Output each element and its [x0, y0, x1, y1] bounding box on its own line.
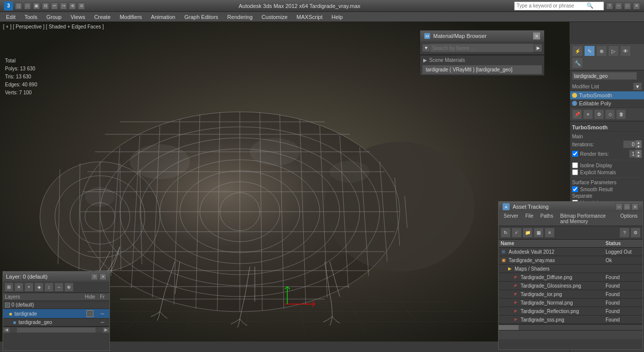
close-button[interactable]: ✕	[633, 2, 640, 9]
layer-row-tardigrade[interactable]: ■ tardigrade □ ─	[3, 309, 109, 319]
render-iters-down[interactable]: ▼	[636, 154, 642, 158]
render-iters-spinner[interactable]: ▲ ▼	[629, 150, 642, 158]
lp-help[interactable]: ?	[91, 273, 98, 280]
search-input[interactable]	[517, 3, 587, 8]
at-row-ior[interactable]: P Tardigrade_ior.png Found	[499, 290, 643, 299]
at-grid[interactable]: ▦	[534, 228, 544, 238]
search-field[interactable]	[430, 43, 534, 52]
iterations-down[interactable]: ▼	[636, 144, 642, 148]
isoline-checkbox[interactable]	[572, 162, 578, 168]
menu-graph-editors[interactable]: Graph Editors	[180, 13, 222, 21]
window-control[interactable]: ⊕	[69, 2, 76, 9]
render-iters-up[interactable]: ▲	[636, 150, 642, 154]
render-iters-value[interactable]	[630, 151, 636, 157]
motion-tab[interactable]: ▷	[608, 45, 619, 56]
modifier-entry-turbosmooth[interactable]: TurboSmooth	[570, 91, 644, 99]
layer-row-default[interactable]: ✓ 0 (default)	[3, 301, 109, 309]
menu-modifiers[interactable]: Modifiers	[115, 13, 146, 21]
layer-collapse[interactable]: ↔	[54, 283, 63, 292]
modifier-entry-editablepoly[interactable]: Editable Poly	[570, 99, 644, 107]
layer-select[interactable]: ◈	[34, 283, 43, 292]
at-row-glossiness[interactable]: P Tardigrade_Glossiness.png Found	[499, 282, 643, 290]
modifier-list-dropdown[interactable]: ▼	[633, 82, 642, 90]
menu-customize[interactable]: Customize	[258, 13, 292, 21]
menu-help[interactable]: Help	[328, 13, 347, 21]
layer-scroll[interactable]: ◀ ▶	[3, 327, 109, 333]
utilities-tab[interactable]: 🔧	[572, 57, 583, 68]
object-name-field[interactable]	[572, 72, 637, 80]
at-row-maxfile[interactable]: ▣ Tardigrade_vray.max Ok	[499, 256, 643, 265]
make-unique-button[interactable]: ◇	[605, 109, 615, 119]
at-row-vault[interactable]: ⊞ Autodesk Vault 2012 Logged Out	[499, 248, 643, 256]
menu-tools[interactable]: Tools	[20, 13, 41, 21]
search-button[interactable]: ▶	[534, 44, 542, 52]
tardigrade-hide-check[interactable]: □	[86, 310, 93, 317]
layer-expand[interactable]: ↕	[44, 283, 53, 292]
iterations-spinner[interactable]: ▲ ▼	[623, 140, 642, 148]
minimize-button[interactable]: ─	[615, 2, 622, 9]
help-icon[interactable]: ?	[606, 2, 613, 9]
menu-edit[interactable]: Edit	[2, 13, 19, 21]
at-menu-options[interactable]: Options	[618, 213, 641, 225]
window-control[interactable]: ▣	[33, 2, 40, 9]
configure-button[interactable]: ⚙	[594, 109, 604, 119]
window-control[interactable]: ↩	[51, 2, 58, 9]
window-control[interactable]: ↪	[60, 2, 67, 9]
display-tab[interactable]: 👁	[620, 45, 631, 56]
at-minimize[interactable]: ─	[616, 203, 623, 210]
menu-rendering[interactable]: Rendering	[223, 13, 257, 21]
at-menu-bitmap[interactable]: Bitmap Performance and Memory	[557, 213, 616, 225]
menu-maxscript[interactable]: MAXScript	[293, 13, 327, 21]
render-iters-checkbox[interactable]	[572, 151, 578, 157]
layer-create[interactable]: ⊞	[4, 283, 13, 292]
explicit-normals-checkbox[interactable]	[572, 169, 578, 175]
at-menu-paths[interactable]: Paths	[538, 213, 557, 225]
at-help[interactable]: ?	[620, 228, 630, 238]
at-menu-file[interactable]: File	[522, 213, 536, 225]
window-control[interactable]: ⊟	[42, 2, 49, 9]
at-row-sss[interactable]: P Tardigrade_sss.png Found	[499, 316, 643, 324]
at-settings[interactable]: ⚙	[631, 228, 641, 238]
at-list[interactable]: ≡	[545, 228, 555, 238]
layer-default-check[interactable]: ✓	[5, 303, 10, 308]
scroll-right[interactable]: ▶	[102, 327, 109, 333]
material-entry[interactable]: tardigrade ( VRayMtl ) [tardigrade_geo]	[422, 65, 542, 74]
search-icon[interactable]: 🔍	[587, 2, 594, 9]
menu-animation[interactable]: Animation	[147, 13, 179, 21]
search-dropdown[interactable]: ▼	[422, 44, 430, 52]
menu-views[interactable]: Views	[66, 13, 89, 21]
iterations-value[interactable]	[624, 142, 636, 147]
layer-row-tardigrade-geo[interactable]: ■ tardigrade_geo ─	[3, 319, 109, 327]
show-all-button[interactable]: ≡	[583, 109, 593, 119]
at-row-normal[interactable]: P Tardigrade_Normal.png Found	[499, 299, 643, 307]
iterations-up[interactable]: ▲	[636, 140, 642, 144]
lp-close[interactable]: ✕	[99, 273, 106, 280]
at-check[interactable]: ✓	[512, 228, 522, 238]
hierarchy-tab[interactable]: ⊕	[596, 45, 607, 56]
search-bar[interactable]: 🔍	[514, 1, 604, 10]
window-control[interactable]: ⊘	[78, 2, 85, 9]
pin-stack-button[interactable]: 📌	[572, 109, 582, 119]
modify-tab active[interactable]: ✎	[584, 45, 595, 56]
at-folder[interactable]: 📁	[523, 228, 533, 238]
menu-group[interactable]: Group	[42, 13, 66, 21]
at-row-maps-folder[interactable]: ▶ Maps / Shaders	[499, 265, 643, 273]
material-browser-close[interactable]: ✕	[533, 32, 540, 39]
scroll-left[interactable]: ◀	[3, 327, 10, 333]
at-refresh[interactable]: ↻	[501, 228, 511, 238]
window-control[interactable]: ◻	[15, 2, 22, 9]
smooth-result-checkbox[interactable]	[572, 186, 578, 192]
at-menu-server[interactable]: Server	[501, 213, 521, 225]
layer-add-selection[interactable]: +	[24, 283, 33, 292]
window-control[interactable]: □	[24, 2, 31, 9]
layer-delete[interactable]: ✕	[14, 283, 23, 292]
at-scroll-thumb[interactable]	[499, 325, 519, 330]
at-row-reflection[interactable]: P Tardigrade_Reflection.png Found	[499, 307, 643, 316]
layer-merge[interactable]: ⊕	[64, 283, 73, 292]
at-row-diffuse[interactable]: P Tardigrade_Diffuse.png Found	[499, 273, 643, 282]
scroll-thumb[interactable]	[17, 328, 95, 333]
at-maximize[interactable]: □	[624, 203, 631, 210]
maximize-button[interactable]: □	[624, 2, 631, 9]
at-close[interactable]: ✕	[632, 203, 639, 210]
remove-modifier-button[interactable]: 🗑	[616, 109, 626, 119]
